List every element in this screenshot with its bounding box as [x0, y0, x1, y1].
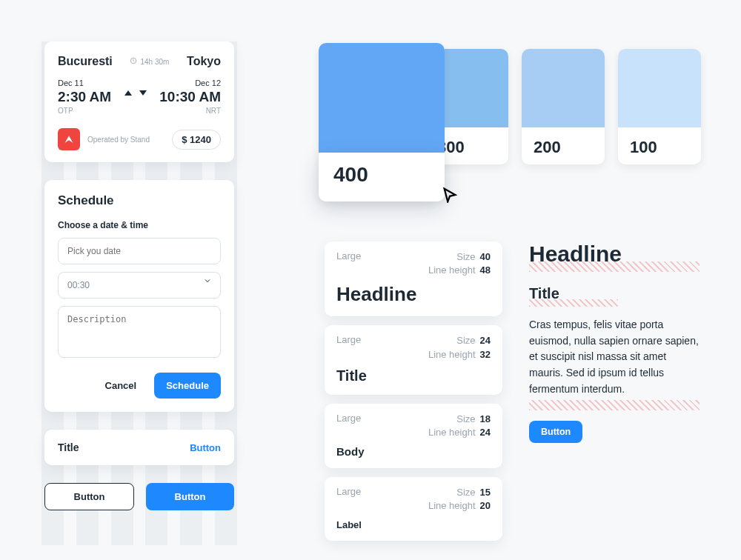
type-specimen: Title [336, 367, 491, 384]
arr-code: NRT [206, 107, 221, 115]
schedule-subtitle: Choose a date & time [58, 220, 221, 230]
type-specimen: Label [336, 519, 491, 530]
time-select[interactable] [58, 272, 221, 299]
dep-code: OTP [58, 107, 73, 115]
type-tag: Large [336, 486, 361, 497]
price-pill[interactable]: $ 1240 [172, 130, 221, 150]
flight-card: Bucuresti 14h 30m Tokyo Dec 11 2:30 AM O… [44, 41, 234, 162]
dep-time: 2:30 AM [58, 89, 111, 105]
flight-to-city: Tokyo [187, 55, 221, 68]
cancel-button[interactable]: Cancel [93, 373, 149, 399]
schedule-button[interactable]: Schedule [154, 373, 221, 399]
schedule-card: Schedule Choose a date & time Cancel Sch… [44, 180, 234, 412]
type-tag: Large [336, 334, 361, 345]
flight-duration: 14h 30m [130, 57, 169, 66]
arr-date: Dec 12 [195, 79, 221, 87]
sort-up-icon[interactable] [124, 90, 132, 96]
schedule-title: Schedule [58, 193, 221, 208]
operated-by: Operated by Stand [87, 136, 150, 144]
type-specimen: Body [336, 445, 491, 458]
chevron-down-icon [203, 275, 212, 288]
type-spec-title: Large Size24 Line height32 Title [325, 325, 502, 394]
sort-down-icon[interactable] [139, 90, 147, 96]
showcase-button[interactable]: Button [529, 421, 582, 443]
dep-date: Dec 11 [58, 79, 84, 87]
showcase-title: Title [529, 285, 700, 302]
cursor-icon [442, 187, 458, 206]
color-swatch-100[interactable]: 100 [618, 49, 701, 164]
primary-button[interactable]: Button [146, 483, 234, 510]
tile-title: Title [58, 441, 79, 453]
text-showcase: Headline Title Cras tempus, felis vitae … [529, 241, 700, 443]
description-input[interactable] [58, 306, 221, 358]
arr-time: 10:30 AM [159, 89, 221, 105]
hatch-pattern [529, 400, 700, 410]
color-swatch-row: 400 300 200 100 [319, 49, 701, 207]
type-spec-column: Large Size40 Line height48 Headline Larg… [325, 241, 502, 541]
type-specimen: Headline [336, 283, 491, 306]
type-tag: Large [336, 250, 361, 261]
type-spec-headline: Large Size40 Line height48 Headline [325, 241, 502, 316]
tile-action[interactable]: Button [190, 442, 221, 453]
type-spec-body: Large Size18 Line height24 Body [325, 404, 502, 468]
list-tile[interactable]: Title Button [44, 430, 234, 465]
clock-icon [130, 57, 137, 66]
color-swatch-200[interactable]: 200 [522, 49, 605, 164]
type-spec-label: Large Size15 Line height20 Label [325, 477, 502, 540]
color-swatch-400[interactable]: 400 [319, 43, 445, 201]
type-tag: Large [336, 413, 361, 424]
airline-logo-icon [58, 128, 80, 150]
flight-from-city: Bucuresti [58, 55, 113, 68]
outline-button[interactable]: Button [44, 483, 134, 510]
date-input[interactable] [58, 238, 221, 264]
showcase-body: Cras tempus, felis vitae porta euismod, … [529, 317, 700, 397]
